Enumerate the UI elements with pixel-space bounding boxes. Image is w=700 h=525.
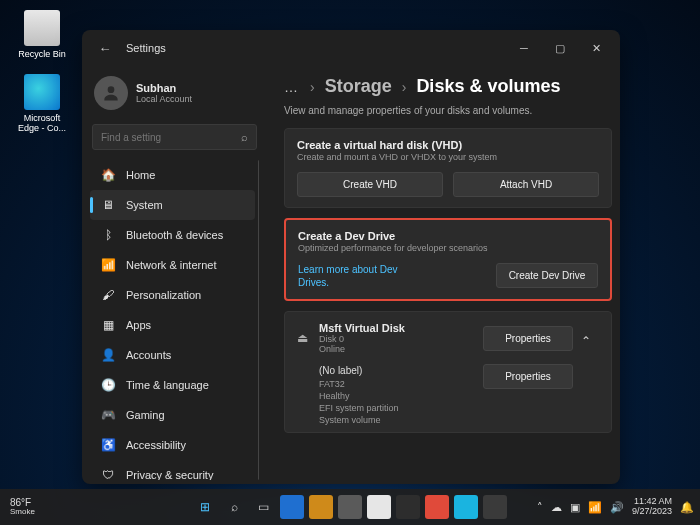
nav-icon: 🎮 (100, 407, 116, 423)
sidebar-item-privacy-security[interactable]: 🛡Privacy & security (90, 460, 255, 480)
breadcrumb-current: Disks & volumes (416, 76, 560, 97)
sidebar-item-home[interactable]: 🏠Home (90, 160, 255, 190)
sidebar-item-time-language[interactable]: 🕒Time & language (90, 370, 255, 400)
avatar (94, 76, 128, 110)
taskbar-app-icon[interactable] (280, 495, 304, 519)
sidebar-item-accessibility[interactable]: ♿Accessibility (90, 430, 255, 460)
nav-label: Gaming (126, 409, 165, 421)
nav-icon: 🏠 (100, 167, 116, 183)
desktop-icon-edge[interactable]: Microsoft Edge - Co... (12, 74, 72, 133)
card-subtitle: Create and mount a VHD or VHDX to your s… (297, 152, 599, 162)
tray-volume-icon[interactable]: 🔊 (610, 501, 624, 514)
card-title: Create a virtual hard disk (VHD) (297, 139, 599, 151)
create-vhd-button[interactable]: Create VHD (297, 172, 443, 197)
nav-label: Accounts (126, 349, 171, 361)
learn-more-link[interactable]: Learn more about Dev Drives. (298, 263, 408, 289)
nav-label: Privacy & security (126, 469, 213, 480)
page-subtitle: View and manage properties of your disks… (284, 105, 612, 116)
volume-info: (No label) FAT32 Healthy EFI system part… (319, 364, 483, 426)
taskbar-search-icon[interactable]: ⌕ (222, 495, 246, 519)
weather-widget[interactable]: 86°F Smoke (10, 497, 35, 517)
close-button[interactable]: ✕ (578, 33, 614, 63)
notifications-icon[interactable]: 🔔 (680, 501, 694, 514)
disk-name: Msft Virtual Disk (319, 322, 483, 334)
taskbar-app-icon[interactable] (483, 495, 507, 519)
taskbar-app-icon[interactable] (309, 495, 333, 519)
taskbar-center: ⊞ ⌕ ▭ (193, 495, 507, 519)
nav-icon: 🛡 (100, 467, 116, 480)
chevron-right-icon: › (402, 79, 407, 95)
spacer (573, 364, 599, 426)
user-name: Subhan (136, 82, 192, 94)
sidebar-scrollbar[interactable] (258, 160, 259, 480)
card-disk: ⏏ Msft Virtual Disk Disk 0 Online Proper… (284, 311, 612, 433)
taskbar-app-icon[interactable] (454, 495, 478, 519)
titlebar: ← Settings ─ ▢ ✕ (82, 30, 620, 66)
sidebar-item-bluetooth-devices[interactable]: ᛒBluetooth & devices (90, 220, 255, 250)
card-title: Create a Dev Drive (298, 230, 598, 242)
breadcrumb-storage[interactable]: Storage (325, 76, 392, 97)
nav-icon: 👤 (100, 347, 116, 363)
user-block[interactable]: Subhan Local Account (90, 70, 259, 122)
minimize-button[interactable]: ─ (506, 33, 542, 63)
desktop-icon-label: Recycle Bin (18, 49, 66, 59)
search-box[interactable]: ⌕ (92, 124, 257, 150)
nav-icon: ▦ (100, 317, 116, 333)
nav-label: Bluetooth & devices (126, 229, 223, 241)
nav-label: Apps (126, 319, 151, 331)
tray-chevron-icon[interactable]: ˄ (537, 501, 543, 514)
card-create-dev-drive: Create a Dev Drive Optimized performance… (284, 218, 612, 301)
taskbar-app-icon[interactable] (425, 495, 449, 519)
tray-app-icon[interactable]: ▣ (570, 501, 580, 514)
taskbar-app-icon[interactable] (396, 495, 420, 519)
nav-icon: 🖌 (100, 287, 116, 303)
tray-onedrive-icon[interactable]: ☁ (551, 501, 562, 514)
taskbar-app-icon[interactable] (367, 495, 391, 519)
task-view-icon[interactable]: ▭ (251, 495, 275, 519)
disk-icon: ⏏ (297, 331, 319, 345)
nav-icon: 🖥 (100, 197, 116, 213)
svg-point-0 (108, 86, 115, 93)
card-create-vhd: Create a virtual hard disk (VHD) Create … (284, 128, 612, 208)
card-subtitle: Optimized performance for developer scen… (298, 243, 598, 253)
breadcrumb: … › Storage › Disks & volumes (284, 76, 612, 97)
sidebar-item-accounts[interactable]: 👤Accounts (90, 340, 255, 370)
chevron-up-icon[interactable]: ⌃ (573, 328, 599, 348)
sidebar-item-system[interactable]: 🖥System (90, 190, 255, 220)
nav-icon: ᛒ (100, 227, 116, 243)
nav-icon: 🕒 (100, 377, 116, 393)
nav-label: Network & internet (126, 259, 216, 271)
desktop-icon-label: Microsoft Edge - Co... (18, 113, 66, 133)
create-dev-drive-button[interactable]: Create Dev Drive (496, 263, 598, 288)
disk-properties-button[interactable]: Properties (483, 326, 573, 351)
nav-label: Accessibility (126, 439, 186, 451)
nav-icon: 📶 (100, 257, 116, 273)
sidebar-item-apps[interactable]: ▦Apps (90, 310, 255, 340)
nav-label: Time & language (126, 379, 209, 391)
sidebar: Subhan Local Account ⌕ 🏠Home🖥SystemᛒBlue… (82, 66, 266, 484)
breadcrumb-more-icon[interactable]: … (284, 79, 300, 95)
desktop-icon-recyclebin[interactable]: Recycle Bin (12, 10, 72, 59)
nav-label: Personalization (126, 289, 201, 301)
taskbar: 86°F Smoke ⊞ ⌕ ▭ ˄ ☁ ▣ 📶 🔊 11:42 AM 9/27… (0, 489, 700, 525)
sidebar-item-gaming[interactable]: 🎮Gaming (90, 400, 255, 430)
taskbar-app-icon[interactable] (338, 495, 362, 519)
user-account-type: Local Account (136, 94, 192, 104)
back-button[interactable]: ← (94, 41, 116, 56)
maximize-button[interactable]: ▢ (542, 33, 578, 63)
system-tray[interactable]: ˄ ☁ ▣ 📶 🔊 11:42 AM 9/27/2023 🔔 (537, 497, 694, 517)
tray-wifi-icon[interactable]: 📶 (588, 501, 602, 514)
nav-icon: ♿ (100, 437, 116, 453)
sidebar-item-network-internet[interactable]: 📶Network & internet (90, 250, 255, 280)
attach-vhd-button[interactable]: Attach VHD (453, 172, 599, 197)
clock[interactable]: 11:42 AM 9/27/2023 (632, 497, 672, 517)
nav: 🏠Home🖥SystemᛒBluetooth & devices📶Network… (90, 160, 259, 480)
volume-properties-button[interactable]: Properties (483, 364, 573, 389)
chevron-right-icon: › (310, 79, 315, 95)
window-title: Settings (126, 42, 166, 54)
nav-label: Home (126, 169, 155, 181)
sidebar-item-personalization[interactable]: 🖌Personalization (90, 280, 255, 310)
nav-label: System (126, 199, 163, 211)
search-input[interactable] (101, 132, 241, 143)
start-button[interactable]: ⊞ (193, 495, 217, 519)
